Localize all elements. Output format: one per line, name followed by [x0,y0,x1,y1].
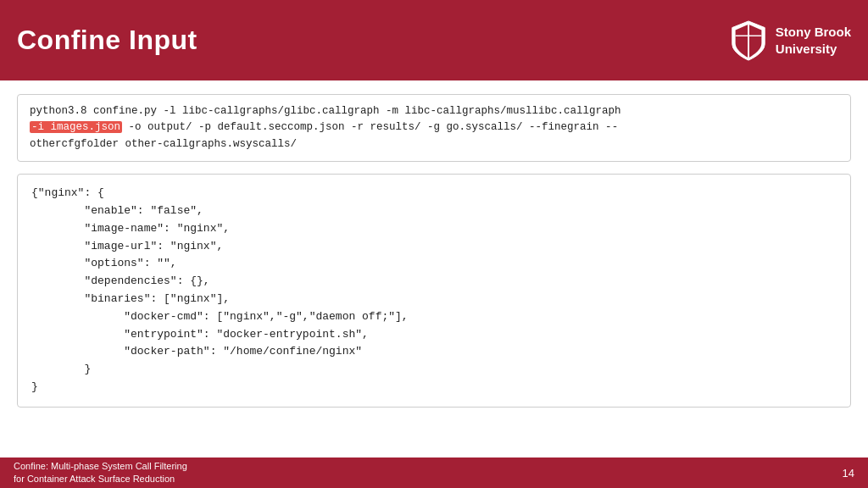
command-line-3: othercfgfolder other-callgraphs.wsyscall… [30,136,838,152]
slide-number: 14 [843,467,854,480]
header: Confine Input Stony Brook University [0,0,868,80]
footer: Confine: Multi-phase System Call Filteri… [0,458,868,488]
highlighted-flag: -i images.json [30,121,122,133]
footer-label: Confine: Multi-phase System Call Filteri… [14,460,187,486]
sbu-university-name: Stony Brook University [776,24,851,57]
page-title: Confine Input [17,25,198,56]
command-line-2: -i images.json -o output/ -p default.sec… [30,119,838,136]
sbu-shield-icon [730,19,767,62]
main-content: python3.8 confine.py -l libc-callgraphs/… [0,80,868,458]
json-box: {"nginx": { "enable": "false", "image-na… [17,174,851,408]
command-line-1: python3.8 confine.py -l libc-callgraphs/… [30,103,838,119]
json-content: {"nginx": { "enable": "false", "image-na… [31,185,837,396]
command-box: python3.8 confine.py -l libc-callgraphs/… [17,94,851,162]
sbu-logo: Stony Brook University [730,19,851,62]
